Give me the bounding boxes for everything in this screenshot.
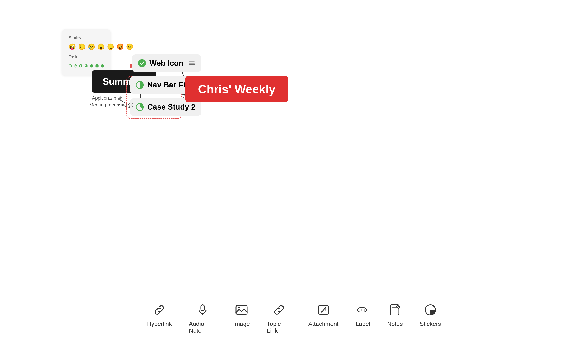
svg-marker-25 (131, 104, 132, 106)
toolbar-item-hyperlink[interactable]: Hyperlink (147, 303, 172, 327)
topic-link-icon (272, 303, 286, 317)
emoji-sad[interactable]: 😞 (107, 43, 114, 50)
audio-note-label: Audio Note (189, 321, 216, 334)
notes-icon (388, 303, 402, 317)
svg-rect-33 (358, 308, 366, 312)
svg-point-35 (364, 309, 365, 311)
task-icon-play (69, 62, 72, 70)
svg-point-15 (90, 64, 93, 67)
task-icon-check (101, 62, 104, 70)
image-icon (235, 303, 248, 317)
nav-bar-half-icon (136, 81, 144, 89)
svg-rect-29 (236, 306, 247, 314)
web-icon-node[interactable]: Web Icon (132, 54, 201, 72)
svg-point-17 (101, 64, 104, 67)
task-icon-full2 (95, 62, 98, 70)
label-icon (356, 303, 370, 317)
svg-point-18 (138, 59, 146, 67)
stickers-label: Stickers (420, 321, 441, 327)
case-study-label: Case Study 2 (147, 103, 196, 111)
toolbar-item-stickers[interactable]: Stickers (420, 303, 441, 327)
emoji-silly[interactable]: 😜 (69, 43, 76, 50)
audio-note-icon (196, 303, 209, 317)
toolbar-item-audio-note[interactable]: Audio Note (189, 303, 216, 334)
smiley-label: Smiley (69, 35, 104, 40)
task-icon-quarter (74, 62, 77, 70)
task-icon-full1 (90, 62, 93, 70)
emoji-neutral[interactable]: 😐 (126, 43, 133, 50)
emoji-angry[interactable]: 😡 (117, 43, 124, 50)
attachment-appicon[interactable]: Appicon.zip (92, 95, 123, 101)
hyperlink-label: Hyperlink (147, 321, 172, 327)
toolbar-item-attachment[interactable]: Attachment (308, 303, 339, 327)
web-icon-check (138, 59, 146, 67)
nav-bar-label: Nav Bar Fix (147, 80, 189, 89)
emoji-smile[interactable]: 🙂 (78, 43, 85, 50)
attachment-label: Attachment (308, 321, 339, 327)
appicon-label: Appicon.zip (92, 95, 116, 101)
svg-point-16 (95, 64, 98, 67)
paperclip-icon (118, 96, 123, 101)
image-label: Image (233, 321, 250, 327)
task-icon-half (79, 62, 82, 70)
label-label: Label (356, 321, 370, 327)
chris-weekly-node[interactable]: Chris' Weekly (185, 76, 288, 102)
svg-marker-11 (70, 65, 71, 66)
chris-weekly-label: Chris' Weekly (198, 82, 275, 96)
emoji-surprised[interactable]: 😮 (97, 43, 105, 50)
task-label: Task (69, 54, 104, 59)
hyperlink-icon (153, 303, 166, 317)
case-study-icon (136, 103, 144, 111)
svg-point-34 (361, 309, 362, 311)
task-icons-row (69, 62, 104, 70)
hamburger-icon (188, 60, 195, 67)
toolbar-item-image[interactable]: Image (233, 303, 250, 327)
bottom-toolbar: Hyperlink Audio Note Image (147, 303, 441, 334)
svg-rect-26 (201, 305, 204, 311)
notes-label: Notes (387, 321, 403, 327)
attachment-meeting[interactable]: Meeting recording (89, 102, 134, 108)
toolbar-item-topic-link[interactable]: Topic Link (267, 303, 291, 334)
task-icon-three-quarter (85, 62, 88, 70)
toolbar-item-label[interactable]: Label (356, 303, 370, 327)
emoji-row: 😜 🙂 😢 😮 😞 😡 😐 (69, 43, 104, 50)
smiley-card: Smiley 😜 🙂 😢 😮 😞 😡 😐 Task (62, 29, 111, 76)
web-icon-label: Web Icon (150, 59, 183, 68)
toolbar-item-notes[interactable]: Notes (387, 303, 403, 327)
play-circle-icon (129, 102, 134, 108)
emoji-cry[interactable]: 😢 (88, 43, 95, 50)
attachment-icon (317, 303, 330, 317)
main-canvas: Smiley 😜 🙂 😢 😮 😞 😡 😐 Task (0, 0, 588, 364)
topic-link-label: Topic Link (267, 321, 291, 334)
meeting-label: Meeting recording (89, 102, 127, 108)
stickers-icon (424, 303, 437, 317)
